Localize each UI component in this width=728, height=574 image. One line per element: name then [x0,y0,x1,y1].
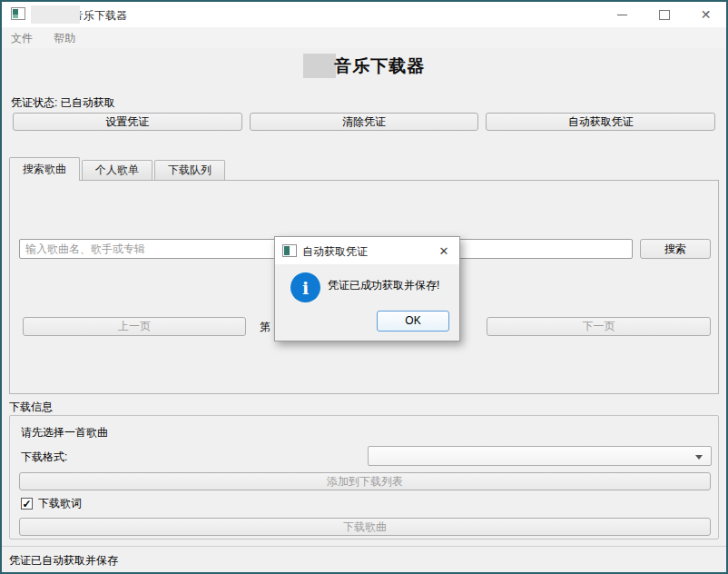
info-icon: i [290,272,320,302]
dropdown-arrow-icon [695,455,703,460]
auto-fetch-credential-button[interactable]: 自动获取凭证 [486,113,715,131]
credential-status-value: 已自动获取 [61,96,115,109]
download-lyrics-label: 下载歌词 [38,496,82,511]
download-song-button[interactable]: 下载歌曲 [19,518,711,536]
window-title: 音乐下载器 [73,8,127,24]
title-redaction-box [31,5,80,24]
close-icon: ✕ [701,7,712,22]
add-to-download-list-button[interactable]: 添加到下载列表 [19,472,711,490]
tab-personal-playlist[interactable]: 个人歌单 [82,160,152,180]
app-icon [11,7,25,20]
menu-item-help[interactable]: 帮助 [44,27,84,46]
menubar: 文件 帮助 [2,27,726,48]
dialog-titlebar: 自动获取凭证 ✕ [275,237,459,264]
page-title: 音乐下载器 [334,55,425,75]
dialog-app-icon [282,244,297,257]
check-icon: ✓ [22,499,31,510]
dialog-close-button[interactable]: ✕ [428,237,459,264]
minimize-icon [617,15,627,15]
credential-status: 凭证状态: 已自动获取 [11,95,115,111]
minimize-button[interactable] [602,2,643,27]
set-credential-button[interactable]: 设置凭证 [13,113,242,131]
titlebar: 音乐下载器 ✕ [2,2,726,27]
next-page-button[interactable]: 下一页 [487,317,711,336]
credential-status-label: 凭证状态: [11,96,57,109]
tab-search-songs[interactable]: 搜索歌曲 [9,157,80,181]
statusbar: 凭证已自动获取并保存 [2,546,726,572]
app-window: 音乐下载器 ✕ 文件 帮助 音乐下载器 凭证状态: 已自动获取 设置凭证 清除凭… [0,0,728,574]
credential-buttons-row: 设置凭证 清除凭证 自动获取凭证 [13,113,715,131]
dialog-message: 凭证已成功获取并保存! [328,278,439,293]
ok-button[interactable]: OK [377,311,449,332]
tab-bar: 搜索歌曲 个人歌单 下载队列 [9,157,227,180]
search-button[interactable]: 搜索 [640,239,711,259]
tab-download-queue[interactable]: 下载队列 [154,160,225,180]
download-lyrics-checkbox[interactable]: ✓ [21,498,33,510]
select-song-hint: 请先选择一首歌曲 [21,425,108,440]
header: 音乐下载器 [2,54,726,78]
clear-credential-button[interactable]: 清除凭证 [250,113,479,131]
status-text: 凭证已自动获取并保存 [9,553,118,569]
dialog-title: 自动获取凭证 [302,244,368,260]
dialog-close-icon: ✕ [439,244,449,258]
download-info-group: 请先选择一首歌曲 下载格式: 添加到下载列表 ✓ 下载歌词 下载歌曲 [9,415,719,539]
menu-item-file[interactable]: 文件 [2,27,42,46]
close-button[interactable]: ✕ [685,2,726,27]
download-info-label: 下载信息 [9,400,53,415]
prev-page-button[interactable]: 上一页 [23,317,246,336]
download-lyrics-row: ✓ 下载歌词 [21,496,82,511]
header-redaction-box [303,54,336,78]
maximize-button[interactable] [644,2,684,27]
maximize-icon [659,10,670,20]
download-format-select[interactable] [368,446,712,466]
auto-fetch-dialog: 自动获取凭证 ✕ i 凭证已成功获取并保存! OK [274,236,460,341]
download-format-label: 下载格式: [21,450,67,465]
